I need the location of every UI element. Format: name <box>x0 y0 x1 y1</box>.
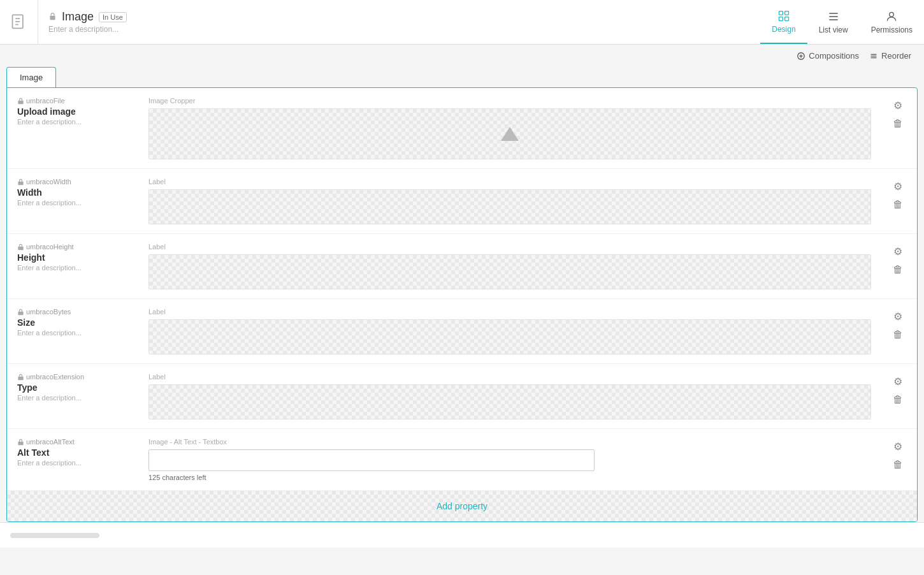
svg-point-12 <box>890 12 894 17</box>
tab-area: Image <box>0 67 924 87</box>
lock-icon <box>48 12 57 22</box>
title-text: Image <box>62 10 94 24</box>
editor-type-height: Label <box>148 243 871 251</box>
property-actions-height: ⚙ 🗑 <box>879 243 917 277</box>
reorder-button[interactable]: Reorder <box>869 51 911 61</box>
property-left-alt-text: umbracoAltText Alt Text Enter a descript… <box>7 438 141 467</box>
settings-button-size[interactable]: ⚙ <box>892 309 904 324</box>
header-title-area: Image In Use Enter a description... <box>38 0 760 44</box>
property-alias-upload-image: umbracoFile <box>17 97 131 105</box>
editor-type-type: Label <box>148 373 871 381</box>
property-desc-type: Enter a description... <box>17 394 131 402</box>
property-alias-width: umbracoWidth <box>17 178 131 186</box>
toolbar: Compositions Reorder <box>0 45 924 67</box>
page-title: Image In Use <box>48 10 750 24</box>
svg-rect-6 <box>785 11 789 15</box>
alt-text-input[interactable] <box>148 449 595 471</box>
upload-triangle-icon <box>501 127 519 141</box>
svg-rect-19 <box>18 100 23 104</box>
compositions-label: Compositions <box>809 51 859 61</box>
alias-text-size: umbracoBytes <box>26 308 71 316</box>
property-desc-width: Enter a description... <box>17 199 131 207</box>
svg-rect-23 <box>18 376 23 380</box>
tab-label: Image <box>20 73 43 82</box>
nav-item-list-view[interactable]: List view <box>807 0 860 44</box>
property-row-alt-text: umbracoAltText Alt Text Enter a descript… <box>7 429 917 491</box>
settings-button-width[interactable]: ⚙ <box>892 179 904 194</box>
header-nav: Design List view Permissions <box>760 0 924 44</box>
nav-label-list-view: List view <box>819 25 848 34</box>
property-alias-size: umbracoBytes <box>17 308 131 316</box>
add-property-button[interactable]: Add property <box>437 501 487 511</box>
alias-text-width: umbracoWidth <box>26 178 71 186</box>
in-use-badge: In Use <box>99 12 127 22</box>
property-actions-upload-image: ⚙ 🗑 <box>879 97 917 131</box>
property-row-width: umbracoWidth Width Enter a description..… <box>7 169 917 234</box>
property-alias-height: umbracoHeight <box>17 243 131 251</box>
nav-item-design[interactable]: Design <box>760 0 807 44</box>
header-description: Enter a description... <box>48 25 750 34</box>
delete-button-alt-text[interactable]: 🗑 <box>892 458 904 472</box>
label-box-height <box>148 254 871 289</box>
svg-rect-7 <box>779 17 783 20</box>
settings-button-height[interactable]: ⚙ <box>892 244 904 259</box>
document-icon <box>0 0 38 44</box>
property-row-type: umbracoExtension Type Enter a descriptio… <box>7 364 917 429</box>
property-row-height: umbracoHeight Height Enter a description… <box>7 234 917 299</box>
tab-image[interactable]: Image <box>6 67 56 87</box>
delete-button-type[interactable]: 🗑 <box>892 393 904 407</box>
delete-button-width[interactable]: 🗑 <box>892 198 904 212</box>
nav-label-design: Design <box>772 25 795 34</box>
property-actions-width: ⚙ 🗑 <box>879 178 917 212</box>
svg-rect-22 <box>18 311 23 315</box>
property-alias-type: umbracoExtension <box>17 373 131 381</box>
property-editor-type: Label <box>141 373 879 419</box>
delete-button-upload-image[interactable]: 🗑 <box>892 117 904 131</box>
bottom-bar <box>0 522 924 548</box>
add-property-row: Add property <box>7 491 917 521</box>
nav-label-permissions: Permissions <box>871 25 913 34</box>
settings-button-upload-image[interactable]: ⚙ <box>892 98 904 113</box>
header: Image In Use Enter a description... Desi… <box>0 0 924 45</box>
property-desc-size: Enter a description... <box>17 329 131 337</box>
property-editor-height: Label <box>141 243 879 289</box>
property-desc-height: Enter a description... <box>17 264 131 272</box>
property-name-size: Size <box>17 317 131 328</box>
property-left-size: umbracoBytes Size Enter a description... <box>7 308 141 337</box>
delete-button-height[interactable]: 🗑 <box>892 263 904 277</box>
editor-type-width: Label <box>148 178 871 186</box>
property-left-width: umbracoWidth Width Enter a description..… <box>7 178 141 207</box>
property-row-upload-image: umbracoFile Upload image Enter a descrip… <box>7 88 917 169</box>
alias-text-type: umbracoExtension <box>26 373 84 381</box>
svg-rect-5 <box>779 11 783 15</box>
nav-item-permissions[interactable]: Permissions <box>860 0 924 44</box>
alias-text-height: umbracoHeight <box>26 243 74 251</box>
svg-rect-21 <box>18 246 23 250</box>
property-actions-alt-text: ⚙ 🗑 <box>879 438 917 472</box>
add-property-label: Add property <box>437 501 487 511</box>
delete-button-size[interactable]: 🗑 <box>892 328 904 342</box>
property-name-type: Type <box>17 382 131 393</box>
editor-type-size: Label <box>148 308 871 316</box>
svg-rect-4 <box>50 15 55 20</box>
property-left-type: umbracoExtension Type Enter a descriptio… <box>7 373 141 402</box>
property-row-size: umbracoBytes Size Enter a description...… <box>7 299 917 364</box>
property-editor-size: Label <box>141 308 879 354</box>
alias-text-upload-image: umbracoFile <box>26 97 65 105</box>
svg-rect-20 <box>18 181 23 185</box>
compositions-button[interactable]: Compositions <box>797 51 859 61</box>
svg-rect-24 <box>18 441 23 445</box>
property-name-alt-text: Alt Text <box>17 448 131 458</box>
property-name-width: Width <box>17 187 131 198</box>
label-box-type <box>148 384 871 419</box>
property-actions-type: ⚙ 🗑 <box>879 373 917 407</box>
settings-button-alt-text[interactable]: ⚙ <box>892 439 904 454</box>
main-content: umbracoFile Upload image Enter a descrip… <box>6 87 918 522</box>
property-editor-alt-text: Image - Alt Text - Textbox 125 character… <box>141 438 879 481</box>
reorder-label: Reorder <box>881 51 911 61</box>
property-name-upload-image: Upload image <box>17 106 131 117</box>
property-left-height: umbracoHeight Height Enter a description… <box>7 243 141 272</box>
label-box-size <box>148 319 871 354</box>
property-name-height: Height <box>17 252 131 263</box>
settings-button-type[interactable]: ⚙ <box>892 374 904 389</box>
